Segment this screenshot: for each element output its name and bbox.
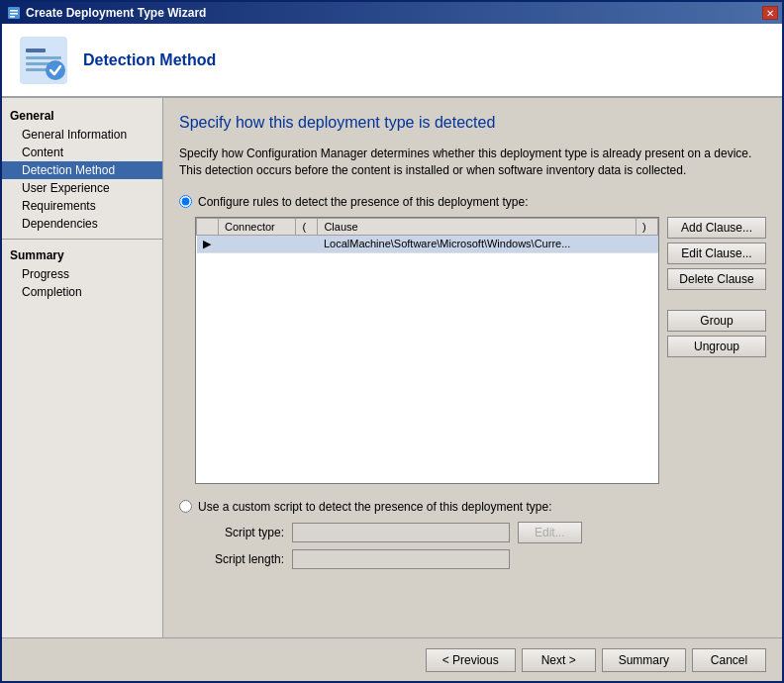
sidebar-group-summary: Summary: [2, 245, 162, 265]
svg-rect-3: [10, 16, 15, 18]
sidebar-item-completion[interactable]: Completion: [2, 283, 162, 301]
group-button[interactable]: Group: [667, 310, 766, 332]
script-type-row: Script type: Edit...: [195, 522, 766, 543]
content-title: Specify how this deployment type is dete…: [179, 114, 766, 132]
add-clause-button[interactable]: Add Clause...: [667, 217, 766, 239]
ungroup-button[interactable]: Ungroup: [667, 336, 766, 357]
title-bar-text: Create Deployment Type Wizard: [26, 6, 206, 20]
next-button[interactable]: Next >: [522, 648, 596, 672]
sidebar-item-content[interactable]: Content: [2, 144, 162, 161]
header-title: Detection Method: [83, 51, 216, 69]
header-section: Detection Method: [2, 24, 782, 98]
table-row[interactable]: ▶ LocalMachine\Software\Microsoft\Window…: [197, 235, 658, 252]
col-connector-header: Connector: [219, 218, 296, 235]
edit-script-button[interactable]: Edit...: [518, 522, 582, 543]
header-icon: [18, 35, 69, 86]
content-area: Specify how this deployment type is dete…: [163, 98, 782, 637]
sidebar-item-user-experience[interactable]: User Experience: [2, 179, 162, 197]
row-close-paren: [637, 235, 658, 252]
sidebar-item-progress[interactable]: Progress: [2, 265, 162, 283]
script-length-label: Script length:: [195, 552, 284, 566]
script-length-row: Script length:: [195, 549, 766, 569]
clause-section: Connector ( Clause ) ▶ LocalMa: [195, 217, 766, 484]
footer: < Previous Next > Summary Cancel: [2, 637, 782, 681]
script-fields: Script type: Edit... Script length:: [195, 522, 766, 569]
clause-table-container: Connector ( Clause ) ▶ LocalMa: [195, 217, 659, 484]
previous-button[interactable]: < Previous: [426, 648, 516, 672]
main-content: General General Information Content Dete…: [2, 98, 782, 637]
description-text: Specify how Configuration Manager determ…: [179, 146, 766, 179]
summary-button[interactable]: Summary: [602, 648, 686, 672]
col-clause-header: Clause: [318, 218, 637, 235]
col-arrow-header: [197, 218, 219, 235]
clause-table: Connector ( Clause ) ▶ LocalMa: [196, 218, 658, 253]
sidebar-item-requirements[interactable]: Requirements: [2, 197, 162, 215]
cancel-button[interactable]: Cancel: [692, 648, 766, 672]
close-button[interactable]: ✕: [762, 6, 778, 20]
svg-rect-2: [10, 13, 18, 15]
sidebar: General General Information Content Dete…: [2, 98, 163, 637]
row-clause: LocalMachine\Software\Microsoft\Windows\…: [318, 235, 637, 252]
wizard-window: Create Deployment Type Wizard ✕ Detectio…: [0, 0, 784, 683]
script-type-label: Script type:: [195, 526, 284, 539]
svg-rect-6: [26, 56, 61, 59]
row-arrow: ▶: [197, 235, 219, 252]
radio-configure-option: Configure rules to detect the presence o…: [179, 195, 766, 209]
svg-rect-5: [26, 49, 46, 52]
clause-buttons: Add Clause... Edit Clause... Delete Clau…: [667, 217, 766, 357]
svg-point-9: [46, 60, 65, 80]
radio-configure-label: Configure rules to detect the presence o…: [198, 195, 529, 209]
radio-script-label: Use a custom script to detect the presen…: [198, 500, 552, 514]
delete-clause-button[interactable]: Delete Clause: [667, 268, 766, 290]
svg-rect-1: [10, 10, 18, 12]
row-open-paren: [296, 235, 318, 252]
sidebar-group-general: General: [2, 106, 162, 126]
sidebar-item-dependencies[interactable]: Dependencies: [2, 215, 162, 233]
title-bar: Create Deployment Type Wizard ✕: [2, 2, 782, 24]
radio-script[interactable]: [179, 500, 192, 513]
row-connector: [219, 235, 296, 252]
edit-clause-button[interactable]: Edit Clause...: [667, 243, 766, 264]
col-open-paren-header: (: [296, 218, 318, 235]
sidebar-item-detection-method[interactable]: Detection Method: [2, 161, 162, 179]
script-length-input[interactable]: [292, 549, 510, 569]
col-close-paren-header: ): [637, 218, 658, 235]
wizard-icon: [6, 5, 22, 21]
radio-configure[interactable]: [179, 195, 192, 208]
sidebar-item-general-information[interactable]: General Information: [2, 126, 162, 144]
radio-script-option: Use a custom script to detect the presen…: [179, 500, 766, 514]
script-type-input[interactable]: [292, 523, 510, 542]
